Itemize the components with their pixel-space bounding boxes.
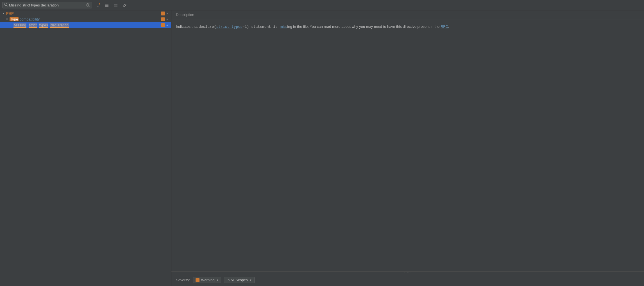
severity-label: Severity: (176, 278, 190, 282)
rfc-link[interactable]: RFC (441, 24, 448, 29)
severity-select[interactable]: Warning ▼ (193, 277, 221, 283)
type-highlight: Type (10, 17, 19, 21)
severity-dropdown-arrow: ▼ (216, 279, 219, 282)
check-icon-php: ✓ (166, 12, 169, 15)
desc-code1: declare (199, 25, 214, 29)
php-group-icons: ✓ (161, 12, 169, 15)
svg-point-5 (99, 3, 100, 4)
description-body: Indicates that declare(strict_types=1) s… (171, 19, 644, 271)
scope-select[interactable]: In All Scopes ▼ (224, 277, 254, 283)
search-box[interactable]: ⓧ (2, 2, 92, 8)
search-icon (4, 3, 8, 7)
left-panel: ▼ PHP ✓ ▼ Type compatibility ✓ Missing s… (0, 10, 171, 286)
check-icon-type: ✓ (166, 17, 169, 21)
type-compat-label: Type compatibility (10, 17, 40, 21)
missing-strict-icons: ✓ (161, 23, 169, 27)
main-container: ▼ PHP ✓ ▼ Type compatibility ✓ Missing s… (0, 10, 644, 286)
missing-word: Missing (13, 23, 26, 28)
declaration-word: declaration (50, 23, 69, 28)
php-group-label: PHP (6, 11, 14, 15)
severity-box-php (161, 12, 165, 15)
edit-button[interactable] (121, 2, 128, 8)
tree-group-php[interactable]: ▼ PHP ✓ (0, 10, 171, 16)
compat-text: compatibility (19, 17, 40, 21)
desc-suffix1: ing in the file. You can read more about… (287, 24, 441, 29)
expand-all-button[interactable] (103, 2, 110, 8)
types-word: types (39, 23, 48, 28)
missing-strict-label: Missing strict types declaration (13, 23, 161, 27)
collapse-all-button[interactable] (112, 2, 119, 8)
desc-prefix: Indicates that (176, 24, 199, 29)
description-header: Description (171, 10, 644, 19)
severity-color-box (196, 278, 199, 282)
expand-arrow-type: ▼ (6, 18, 9, 21)
scope-label: In All Scopes (226, 278, 248, 282)
scope-dropdown-arrow: ▼ (250, 279, 252, 282)
severity-bar: Severity: Warning ▼ In All Scopes ▼ (171, 274, 644, 286)
svg-line-1 (7, 5, 8, 6)
tree-item-missing-strict[interactable]: Missing strict types declaration ✓ (0, 22, 171, 28)
severity-box-type (161, 17, 165, 21)
severity-warning-label: Warning (201, 278, 215, 282)
desc-equals: =1) statement is (242, 25, 280, 29)
desc-code2: strict_types (216, 25, 242, 29)
type-group-icons: ✓ (161, 17, 169, 21)
tree-group-type-compat[interactable]: ▼ Type compatibility ✓ (0, 16, 171, 22)
svg-line-13 (124, 4, 126, 5)
clear-icon[interactable]: ⓧ (86, 3, 90, 7)
filter-button[interactable] (94, 2, 101, 8)
severity-box-missing (161, 23, 165, 27)
right-panel: Description Indicates that declare(stric… (171, 10, 644, 286)
toolbar: ⓧ (0, 0, 644, 10)
check-icon-missing: ✓ (166, 23, 169, 27)
resize-divider[interactable]: ····· (171, 271, 644, 274)
desc-suffix2: . (448, 24, 449, 29)
desc-highlight: miss (280, 24, 287, 29)
expand-arrow-php: ▼ (2, 12, 6, 15)
strict-word: strict (29, 23, 37, 28)
search-input[interactable] (9, 3, 85, 7)
